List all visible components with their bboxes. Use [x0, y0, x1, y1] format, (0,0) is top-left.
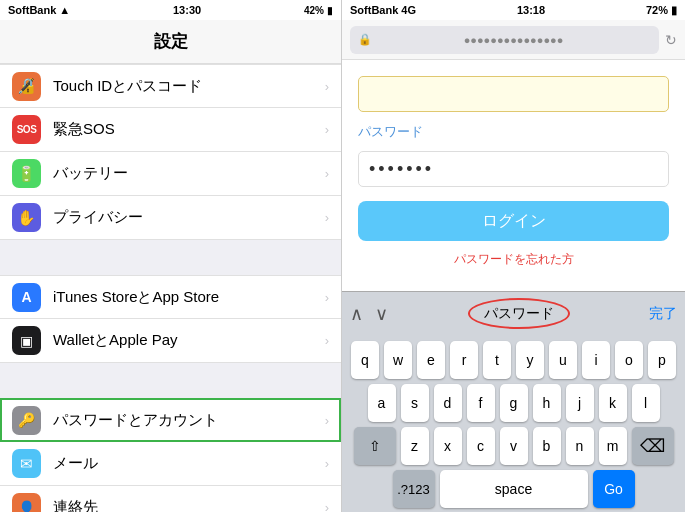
key-o[interactable]: o — [615, 341, 643, 379]
password-accounts-icon: 🔑 — [12, 406, 41, 435]
wallet-icon: ▣ — [12, 326, 41, 355]
key-g[interactable]: g — [500, 384, 528, 422]
settings-row-sos[interactable]: SOS 緊急SOS › — [0, 108, 341, 152]
password-input[interactable]: ••••••• — [358, 151, 669, 187]
key-space[interactable]: space — [440, 470, 588, 508]
key-shift[interactable]: ⇧ — [354, 427, 396, 465]
touch-id-icon: 🔏 — [12, 72, 41, 101]
login-form: パスワード ••••••• ログイン パスワードを忘れた方 — [342, 60, 685, 291]
keyboard-row-2: a s d f g h j k l — [346, 384, 681, 422]
battery-icon-right: ▮ — [671, 4, 677, 17]
time-right: 13:18 — [517, 4, 545, 16]
appstore-label: iTunes StoreとApp Store — [53, 288, 321, 307]
privacy-label: プライバシー — [53, 208, 321, 227]
settings-row-wallet[interactable]: ▣ WalletとApple Pay › — [0, 319, 341, 363]
key-k[interactable]: k — [599, 384, 627, 422]
key-x[interactable]: x — [434, 427, 462, 465]
key-v[interactable]: v — [500, 427, 528, 465]
browser-bar: 🔒 ●●●●●●●●●●●●●●● ↻ — [342, 20, 685, 60]
mail-icon: ✉ — [12, 449, 41, 478]
nav-bar-left: 設定 — [0, 20, 341, 64]
privacy-icon: ✋ — [12, 203, 41, 232]
section-divider-2 — [0, 363, 341, 398]
right-phone: SoftBank 4G 13:18 72% ▮ 🔒 ●●●●●●●●●●●●●●… — [342, 0, 685, 512]
settings-row-privacy[interactable]: ✋ プライバシー › — [0, 196, 341, 240]
chevron-contacts: › — [325, 500, 329, 512]
keyboard: q w e r t y u i o p a s d f g h j k l ⇧ … — [342, 335, 685, 512]
settings-row-appstore[interactable]: A iTunes StoreとApp Store › — [0, 275, 341, 319]
key-i[interactable]: i — [582, 341, 610, 379]
settings-section-2: A iTunes StoreとApp Store › ▣ WalletとAppl… — [0, 275, 341, 363]
time-left: 13:30 — [173, 4, 201, 16]
carrier-right: SoftBank — [350, 4, 398, 16]
chevron-appstore: › — [325, 290, 329, 305]
key-y[interactable]: y — [516, 341, 544, 379]
settings-list: 🔏 Touch IDとパスコード › SOS 緊急SOS › 🔋 バッテリー ›… — [0, 64, 341, 512]
settings-section-1: 🔏 Touch IDとパスコード › SOS 緊急SOS › 🔋 バッテリー ›… — [0, 64, 341, 240]
battery-icon: 🔋 — [12, 159, 41, 188]
key-d[interactable]: d — [434, 384, 462, 422]
key-u[interactable]: u — [549, 341, 577, 379]
settings-row-contacts[interactable]: 👤 連絡先 › — [0, 486, 341, 512]
key-p[interactable]: p — [648, 341, 676, 379]
chevron-wallet: › — [325, 333, 329, 348]
reload-button[interactable]: ↻ — [665, 32, 677, 48]
key-s[interactable]: s — [401, 384, 429, 422]
key-j[interactable]: j — [566, 384, 594, 422]
settings-row-battery[interactable]: 🔋 バッテリー › — [0, 152, 341, 196]
key-f[interactable]: f — [467, 384, 495, 422]
key-c[interactable]: c — [467, 427, 495, 465]
url-bar[interactable]: 🔒 ●●●●●●●●●●●●●●● — [350, 26, 659, 54]
chevron-down-icon[interactable]: ∨ — [375, 303, 388, 325]
status-left-info: SoftBank ▲ — [8, 4, 70, 16]
toolbar-password-hint: パスワード — [476, 304, 562, 323]
mail-label: メール — [53, 454, 321, 473]
key-numbers[interactable]: .?123 — [393, 470, 435, 508]
keyboard-done-button[interactable]: 完了 — [649, 305, 677, 323]
toolbar-password-text: パスワード — [476, 303, 562, 323]
key-delete[interactable]: ⌫ — [632, 427, 674, 465]
wifi-icon: ▲ — [59, 4, 70, 16]
key-h[interactable]: h — [533, 384, 561, 422]
chevron-mail: › — [325, 456, 329, 471]
settings-row-touch-id[interactable]: 🔏 Touch IDとパスコード › — [0, 64, 341, 108]
key-go[interactable]: Go — [593, 470, 635, 508]
battery-label: バッテリー — [53, 164, 321, 183]
key-b[interactable]: b — [533, 427, 561, 465]
key-m[interactable]: m — [599, 427, 627, 465]
key-r[interactable]: r — [450, 341, 478, 379]
key-e[interactable]: e — [417, 341, 445, 379]
username-input[interactable] — [358, 76, 669, 112]
chevron-touch-id: › — [325, 79, 329, 94]
settings-row-password-accounts[interactable]: 🔑 パスワードとアカウント › — [0, 398, 341, 442]
settings-title: 設定 — [154, 30, 188, 53]
touch-id-label: Touch IDとパスコード — [53, 77, 321, 96]
carrier-left: SoftBank — [8, 4, 56, 16]
key-z[interactable]: z — [401, 427, 429, 465]
network-type: 4G — [401, 4, 416, 16]
keyboard-row-1: q w e r t y u i o p — [346, 341, 681, 379]
keyboard-row-4: .?123 space Go — [346, 470, 681, 508]
key-n[interactable]: n — [566, 427, 594, 465]
keyboard-row-3: ⇧ z x c v b n m ⌫ — [346, 427, 681, 465]
login-button[interactable]: ログイン — [358, 201, 669, 241]
chevron-up-icon[interactable]: ∧ — [350, 303, 363, 325]
key-a[interactable]: a — [368, 384, 396, 422]
forgot-password-link[interactable]: パスワードを忘れた方 — [454, 251, 574, 268]
settings-section-3: 🔑 パスワードとアカウント › ✉ メール › 👤 連絡先 › 📅 カレンダー … — [0, 398, 341, 512]
chevron-sos: › — [325, 122, 329, 137]
settings-row-mail[interactable]: ✉ メール › — [0, 442, 341, 486]
battery-left: 42% ▮ — [304, 5, 333, 16]
lock-icon: 🔒 — [358, 33, 372, 46]
battery-icon-left: ▮ — [327, 5, 333, 16]
password-accounts-label: パスワードとアカウント — [53, 411, 321, 430]
section-divider-1 — [0, 240, 341, 275]
wallet-label: WalletとApple Pay — [53, 331, 321, 350]
chevron-password-accounts: › — [325, 413, 329, 428]
key-l[interactable]: l — [632, 384, 660, 422]
key-q[interactable]: q — [351, 341, 379, 379]
password-label-container: パスワード — [358, 122, 423, 141]
toolbar-navigation: ∧ ∨ — [350, 303, 388, 325]
key-t[interactable]: t — [483, 341, 511, 379]
key-w[interactable]: w — [384, 341, 412, 379]
